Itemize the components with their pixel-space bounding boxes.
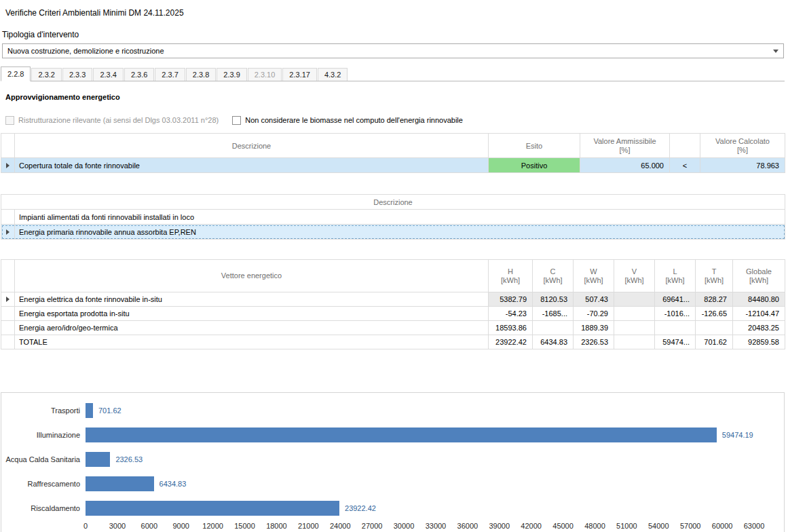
chart-category-label: Raffrescamento <box>1 480 86 488</box>
row-expander-icon[interactable] <box>6 163 10 168</box>
axis-tick-label: 54000 <box>648 522 669 530</box>
value-cell: -1016... <box>655 307 696 321</box>
vettore-cell[interactable]: Energia aero/idro/geo-termica <box>15 321 489 335</box>
section-heading: Approvvigionamento energetico <box>5 93 788 102</box>
descrizione-cell[interactable]: Copertura totale da fonte rinnovabile <box>15 158 489 173</box>
axis-tick-label: 45000 <box>552 522 574 530</box>
descrizione-cell[interactable]: Impianti alimentati da fonti rinnovabili… <box>15 210 785 225</box>
chart-value-label: 23922.42 <box>345 504 376 512</box>
tab-2.3.2[interactable]: 2.3.2 <box>31 68 61 81</box>
row-expander-icon[interactable] <box>6 229 10 235</box>
tipologia-label: Tipologia d'intervento <box>2 30 788 40</box>
chart-category-label: Acqua Calda Sanitaria <box>1 455 86 463</box>
column-header-descrizione: Descrizione <box>15 134 489 158</box>
table-row[interactable]: Energia aero/idro/geo-termica18593.86188… <box>1 321 785 335</box>
tab-4.3.2[interactable]: 4.3.2 <box>318 68 348 81</box>
tab-2.2.8[interactable]: 2.2.8 <box>1 66 31 81</box>
tab-2.3.4[interactable]: 2.3.4 <box>93 68 123 81</box>
table-row[interactable]: TOTALE23922.426434.832326.5359474...701.… <box>1 335 785 349</box>
checkbox-box[interactable] <box>232 116 241 125</box>
axis-tick-label: 12000 <box>202 522 223 530</box>
column-header: V[kWh] <box>614 260 655 292</box>
chart-axis: 0300060009000120001500018000210002400027… <box>86 520 754 531</box>
tipologia-intervento-select[interactable]: Nuova costruzione, demolizione e ricostr… <box>2 43 784 58</box>
descrizione-cell[interactable]: Energia primaria rinnovabile annua assor… <box>15 225 785 240</box>
axis-tick-label: 15000 <box>234 522 255 530</box>
chevron-down-icon[interactable] <box>773 50 778 53</box>
column-header: W[kWh] <box>574 260 614 292</box>
chart-value-label: 6434.83 <box>160 480 187 488</box>
column-header-unit: [%] <box>580 146 669 155</box>
table-row[interactable]: Energia elettrica da fonte rinnovabile i… <box>1 292 785 307</box>
value-cell: 2326.53 <box>574 335 614 349</box>
value-cell <box>614 307 655 321</box>
column-header-valore-calcolato: Valore Calcolato [%] <box>700 134 785 158</box>
value-cell <box>533 321 574 335</box>
tab-2.3.8[interactable]: 2.3.8 <box>186 68 216 81</box>
value-cell: 20483.25 <box>733 321 785 335</box>
column-header-unit: [%] <box>700 146 785 155</box>
table-row[interactable]: Impianti alimentati da fonti rinnovabili… <box>1 210 785 225</box>
table-row[interactable]: Energia esportata prodotta in-situ-54.23… <box>1 307 785 321</box>
column-header: H[kWh] <box>489 260 533 292</box>
column-header-main: T <box>696 267 732 276</box>
tipologia-selected-value: Nuova costruzione, demolizione e ricostr… <box>7 47 164 55</box>
chart-row: Acqua Calda Sanitaria2326.53 <box>1 447 784 472</box>
value-cell: 69641... <box>655 292 696 307</box>
axis-tick-label: 6000 <box>141 522 157 530</box>
axis-tick-label: 18000 <box>266 522 287 530</box>
column-header-unit: [kWh] <box>574 276 614 285</box>
value-cell: -12104.47 <box>733 307 785 321</box>
checkbox-box[interactable] <box>5 116 14 125</box>
value-cell: -1685... <box>533 307 574 321</box>
header-indicator <box>1 260 15 292</box>
tab-2.3.9[interactable]: 2.3.9 <box>217 68 246 81</box>
chart-plot: 701.62 <box>86 403 754 418</box>
value-cell: -54.23 <box>489 307 533 321</box>
column-header-esito: Esito <box>489 134 580 158</box>
column-header-main: L <box>655 267 695 276</box>
row-expander-icon[interactable] <box>6 297 10 302</box>
checkbox-row: Ristrutturazione rilevante (ai sensi del… <box>5 115 788 125</box>
tab-2.3.10[interactable]: 2.3.10 <box>248 68 282 81</box>
table-row[interactable]: Energia primaria rinnovabile annua assor… <box>1 225 785 240</box>
vettore-cell[interactable]: Energia elettrica da fonte rinnovabile i… <box>15 292 489 307</box>
tab-2.3.17[interactable]: 2.3.17 <box>282 68 317 81</box>
valore-ammissibile-cell: 65.000 <box>580 158 670 173</box>
chart-category-label: Trasporti <box>1 406 86 415</box>
value-cell: 84480.80 <box>733 292 785 307</box>
vettori-table: Vettore energeticoH[kWh]C[kWh]W[kWh]V[kW… <box>1 259 785 349</box>
column-header-unit: [kWh] <box>614 276 654 285</box>
vettore-cell[interactable]: TOTALE <box>15 335 489 349</box>
chart-plot: 2326.53 <box>86 452 754 467</box>
vettori-header-row: Vettore energeticoH[kWh]C[kWh]W[kWh]V[kW… <box>1 260 785 292</box>
axis-tick-label: 3000 <box>109 522 126 530</box>
column-header-unit: [kWh] <box>533 276 573 285</box>
table-row[interactable]: Copertura totale da fonte rinnovabile Po… <box>1 158 785 173</box>
row-indicator <box>1 225 15 240</box>
axis-tick-label: 36000 <box>457 522 479 530</box>
header-indicator <box>1 134 15 158</box>
column-header-unit: [kWh] <box>696 276 732 285</box>
axis-tick-label: 60000 <box>712 522 733 530</box>
value-cell: -70.29 <box>574 307 614 321</box>
vettori-table-body: Energia elettrica da fonte rinnovabile i… <box>1 292 785 349</box>
tab-2.3.6[interactable]: 2.3.6 <box>124 68 154 81</box>
column-header-main: V <box>614 267 654 276</box>
value-cell <box>655 321 696 335</box>
tab-2.3.3[interactable]: 2.3.3 <box>62 68 92 81</box>
chart-row: Illuminazione59474.19 <box>1 423 784 447</box>
tab-2.3.7[interactable]: 2.3.7 <box>155 68 185 81</box>
checkbox-ristrutturazione-rilevante[interactable]: Ristrutturazione rilevante (ai sensi del… <box>5 116 219 125</box>
axis-tick-label: 27000 <box>362 522 383 530</box>
chart-bar <box>86 428 717 442</box>
axis-tick-label: 30000 <box>394 522 415 530</box>
column-header: C[kWh] <box>533 260 574 292</box>
column-header-main: Vettore energetico <box>15 271 488 280</box>
chart-plot: 59474.19 <box>86 428 754 442</box>
column-header: Vettore energetico <box>15 260 489 292</box>
vettore-cell[interactable]: Energia esportata prodotta in-situ <box>15 307 489 321</box>
axis-tick-label: 21000 <box>298 522 319 530</box>
chart-category-label: Riscaldamento <box>1 504 86 512</box>
checkbox-non-considerare-biomasse[interactable]: Non considerare le biomasse nel computo … <box>232 116 463 125</box>
